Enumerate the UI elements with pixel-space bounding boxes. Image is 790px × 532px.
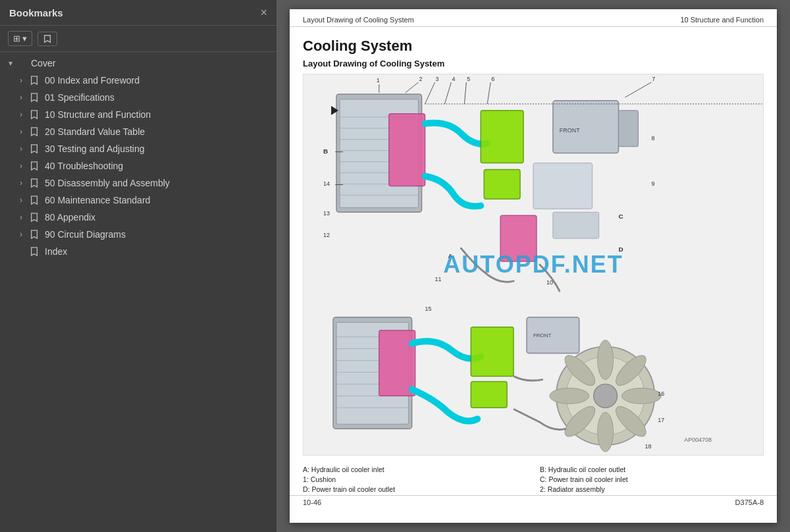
svg-text:13: 13 [323,210,330,217]
bookmark-label: 40 Troubleshooting [45,161,271,171]
svg-rect-12 [481,111,523,163]
bookmark-label: 00 Index and Foreword [45,75,271,86]
bookmark-label: 30 Testing and Adjusting [45,144,271,154]
svg-text:9: 9 [651,180,654,187]
svg-text:11: 11 [435,276,442,282]
bookmark-item-s30[interactable]: ›30 Testing and Adjusting [0,140,276,157]
legend-item: 2: Radiator assembly [540,485,764,494]
bookmark-label: 20 Standard Value Table [45,126,271,137]
expand-icon: › [16,76,26,85]
bookmark-item-idx[interactable]: Index [0,243,276,260]
bookmark-label: 01 Specifications [45,92,271,103]
bookmark-icon [30,178,41,188]
close-button[interactable]: × [260,7,267,18]
bookmark-item-s40[interactable]: ›40 Troubleshooting [0,157,276,174]
bookmark-label: Index [45,246,271,257]
page-header: Layout Drawing of Cooling System 10 Stru… [290,9,777,27]
svg-text:8: 8 [651,135,654,142]
document-subtitle: Layout Drawing of Cooling System [303,59,764,68]
main-content-area: Layout Drawing of Cooling System 10 Stru… [276,0,790,532]
bookmark-list: ▾Cover›00 Index and Foreword›01 Specific… [0,52,276,532]
sidebar-toolbar: ⊞ ▾ [0,26,276,52]
bookmark-icon [30,127,41,136]
bookmark-item-s20[interactable]: ›20 Standard Value Table [0,123,276,140]
svg-text:AP004708: AP004708 [684,437,712,443]
layout-icon: ⊞ [13,34,20,43]
bookmark-icon [30,196,41,205]
svg-rect-11 [389,114,425,186]
bookmark-item-cover[interactable]: ▾Cover [0,55,276,72]
expand-icon: › [16,93,26,102]
svg-rect-60 [471,381,507,408]
footer-model: D375A-8 [735,498,764,506]
bookmark-icon [30,144,41,153]
page-content: Cooling System Layout Drawing of Cooling… [290,27,777,462]
svg-text:FRONT: FRONT [560,127,580,134]
svg-text:12: 12 [323,232,330,238]
legend-item: A: Hydraulic oil cooler inlet [303,465,527,474]
expand-icon: › [16,213,26,222]
svg-text:7: 7 [652,76,655,82]
footer-page-number: 10-46 [303,498,321,506]
header-left: Layout Drawing of Cooling System [303,16,414,24]
svg-text:17: 17 [658,417,664,423]
svg-rect-59 [471,327,514,377]
bookmark-icon-button[interactable] [38,32,57,46]
document-title: Cooling System [303,38,764,55]
svg-text:6: 6 [491,76,494,82]
bookmark-item-s60[interactable]: ›60 Maintenance Standard [0,192,276,209]
svg-text:14: 14 [323,180,330,187]
bookmark-item-s01[interactable]: ›01 Specifications [0,89,276,106]
legend-item: 1: Cushion [303,475,527,484]
bookmark-icon [30,213,41,222]
svg-text:5: 5 [467,76,470,82]
bookmark-icon [30,230,41,239]
svg-point-63 [598,340,614,380]
bookmark-item-s10[interactable]: ›10 Structure and Function [0,106,276,123]
bookmark-item-s00[interactable]: ›00 Index and Foreword [0,72,276,89]
expand-icon: › [16,230,26,239]
expand-icon: › [16,144,26,153]
svg-point-65 [622,388,662,404]
sidebar-header: Bookmarks × [0,0,276,26]
expand-icon: › [16,127,26,136]
bookmark-label: 60 Maintenance Standard [45,195,271,205]
dropdown-arrow-icon: ▾ [22,34,27,43]
layout-toggle-button[interactable]: ⊞ ▾ [8,31,32,46]
svg-point-69 [550,388,589,404]
document-page: Layout Drawing of Cooling System 10 Stru… [290,9,777,523]
bookmark-label: Cover [31,58,271,68]
bookmark-label: 90 Circuit Diagrams [45,229,271,240]
bookmark-icon [30,161,41,171]
expand-icon: › [16,110,26,119]
svg-point-67 [598,412,614,452]
watermark: AUTOPDF.NET [443,251,623,279]
diagram-area: AUTOPDF.NET [303,74,764,456]
bookmark-icon [30,110,41,119]
bookmark-item-s90[interactable]: ›90 Circuit Diagrams [0,226,276,243]
svg-text:4: 4 [452,76,455,82]
svg-rect-18 [533,163,592,209]
svg-text:1: 1 [377,77,380,84]
svg-text:FRONT: FRONT [533,332,552,338]
legend-grid: A: Hydraulic oil cooler inletB: Hydrauli… [290,462,777,494]
bookmark-label: 10 Structure and Function [45,109,271,120]
bookmark-icon [43,34,52,43]
expand-icon: › [16,178,26,188]
svg-text:2: 2 [419,76,423,82]
legend-item: B: Hydraulic oil cooler outlet [540,465,764,474]
bookmark-item-s50[interactable]: ›50 Disassembly and Assembly [0,174,276,192]
sidebar-title: Bookmarks [9,7,63,18]
svg-rect-13 [484,170,520,200]
bookmark-icon [30,93,41,102]
expand-icon: › [16,161,26,171]
bookmark-icon [30,247,41,256]
header-right: 10 Structure and Function [680,16,764,24]
expand-icon: ▾ [5,59,16,68]
page-footer: 10-46 D375A-8 [290,495,777,509]
svg-text:3: 3 [436,76,439,82]
svg-rect-16 [619,111,639,147]
svg-point-71 [594,384,618,408]
bookmark-item-s80[interactable]: ›80 Appendix [0,209,276,226]
svg-text:15: 15 [425,306,432,312]
